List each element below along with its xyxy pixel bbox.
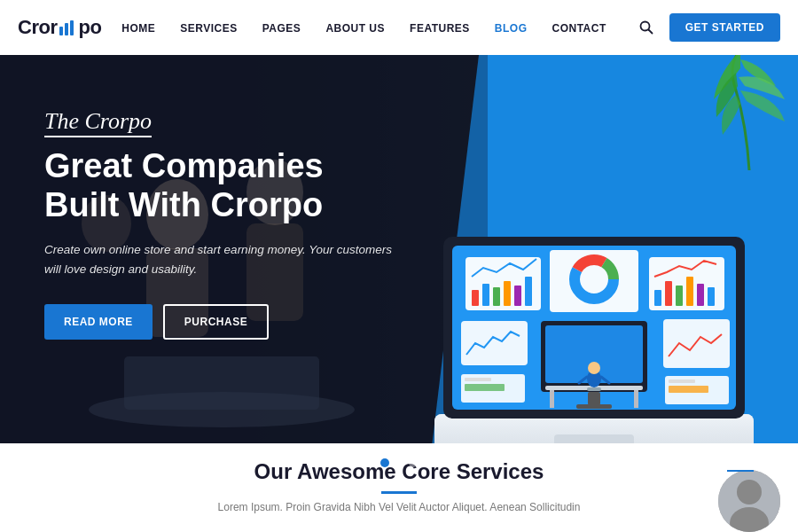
svg-rect-35 [654,290,661,306]
svg-rect-47 [634,390,638,408]
laptop-illustration [417,206,771,481]
logo-text-after: po [78,16,101,39]
svg-rect-46 [550,390,554,408]
svg-rect-14 [124,356,319,410]
palm-leaf [709,55,789,170]
nav-item-services[interactable]: SERVICES [168,20,249,35]
svg-rect-37 [676,286,683,306]
svg-rect-59 [669,379,695,383]
services-section: Our Awesome Core Services Lorem Ipsum. P… [0,443,798,532]
svg-rect-1 [65,23,68,35]
hero-content: The Crorpo Great Companies Built With Cr… [44,108,399,340]
dot-3[interactable] [409,458,418,467]
svg-rect-29 [514,286,521,306]
hero-tagline: The Crorpo [44,108,399,135]
svg-line-4 [648,30,652,34]
avatar [718,470,780,532]
svg-rect-40 [708,287,715,306]
logo-text-before: Cror [18,16,57,39]
nav-link-pages: PAGES [250,22,314,35]
nav-item-pages[interactable]: PAGES [250,20,314,35]
svg-rect-2 [70,20,74,35]
nav-link-about: ABOUT US [313,22,397,35]
nav-link-blog: BLOG [482,22,540,35]
services-description: Lorem Ipsum. Proin Gravida Nibh Vel Veli… [218,501,581,513]
nav-link-contact: CONTACT [540,22,619,35]
slider-dots [380,458,418,467]
logo[interactable]: Cror po [18,16,101,39]
svg-rect-57 [465,384,505,391]
svg-rect-28 [504,281,511,306]
services-underline [381,491,417,494]
svg-rect-0 [59,27,63,35]
svg-point-49 [588,362,600,374]
svg-rect-44 [576,404,612,409]
purchase-button[interactable]: PURCHASE [163,304,269,340]
nav-item-blog[interactable]: BLOG [482,20,540,35]
svg-rect-50 [587,387,601,391]
get-started-button[interactable]: GET STARTED [669,13,780,42]
nav-item-contact[interactable]: CONTACT [540,20,619,35]
svg-rect-39 [697,284,704,306]
avatar-image [718,470,780,532]
nav-item-about[interactable]: ABOUT US [313,20,397,35]
svg-rect-25 [472,290,479,306]
slider-prev-line [44,470,71,472]
svg-rect-30 [525,277,532,306]
svg-rect-38 [686,277,693,306]
nav-link-services: SERVICES [168,22,249,35]
svg-point-62 [737,480,762,505]
nav-links: HOME SERVICES PAGES ABOUT US FEATURES BL… [109,20,619,35]
nav-link-features: FEATURES [397,22,482,35]
svg-rect-53 [461,321,528,365]
slider-next-line [727,470,754,472]
svg-rect-36 [665,281,672,306]
svg-rect-54 [663,319,730,368]
hero-title: Great Companies Built With Crorpo [44,147,399,224]
svg-rect-60 [669,386,708,393]
svg-rect-26 [482,284,489,306]
dot-1[interactable] [380,458,389,467]
hero-buttons: READ MORE PURCHASE [44,304,399,340]
slider-prev[interactable]: PREV [44,456,74,472]
nav-item-home[interactable]: HOME [109,20,168,35]
logo-icon [58,18,77,37]
nav-item-features[interactable]: FEATURES [397,20,482,35]
dot-2[interactable] [395,458,403,467]
svg-rect-43 [588,392,600,405]
svg-rect-27 [493,287,500,306]
search-icon[interactable] [632,20,661,35]
navbar: Cror po HOME SERVICES PAGES ABOUT US FEA… [0,0,798,55]
hero-description: Create own online store and start earnin… [44,240,399,278]
nav-link-home: HOME [109,22,168,35]
slider-next[interactable]: NEXT [724,456,754,472]
read-more-button[interactable]: READ MORE [44,304,153,340]
svg-rect-56 [465,378,491,381]
hero-section: The Crorpo Great Companies Built With Cr… [0,55,798,498]
